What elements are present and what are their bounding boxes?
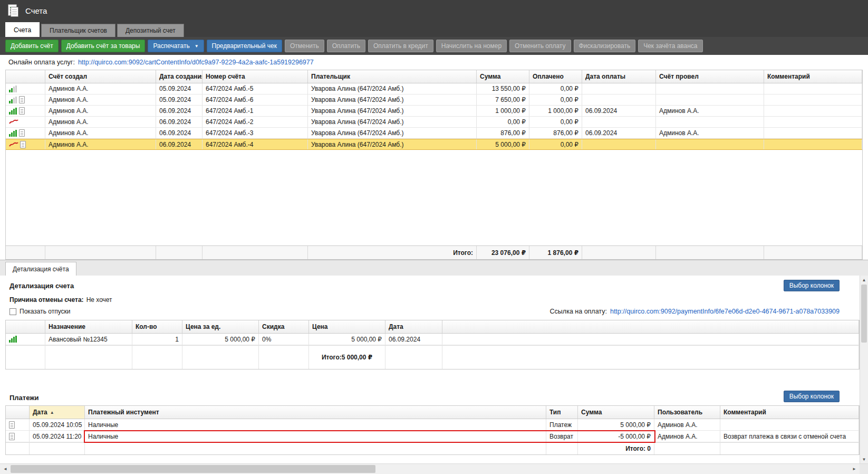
col-header-status[interactable] (6, 70, 45, 83)
detail-total: Итого:5 000,00 ₽ (309, 346, 385, 369)
payments-total-row: Итого: 0 (6, 442, 859, 454)
show-vacations-checkbox[interactable] (9, 308, 16, 315)
col-header-price[interactable]: Цена (309, 320, 385, 333)
col-header-sum[interactable]: Сумма (477, 70, 529, 83)
detail-choose-columns-button[interactable]: Выбор колонок (784, 280, 840, 291)
payments-total: Итого: 0 (578, 443, 654, 454)
pay-on-credit-button: Оплатить в кредит (368, 40, 433, 52)
scroll-right-icon[interactable]: ► (849, 464, 860, 474)
col-header-discount[interactable]: Скидка (259, 320, 309, 333)
invoice-progress-icon (9, 97, 17, 103)
payment-row[interactable]: 05.09.2024 10:05 Наличные Платеж 5 000,0… (6, 419, 859, 431)
invoice-row[interactable]: Админов А.А. 06.09.2024 647/2024 Амб.-1 … (6, 106, 862, 117)
online-payment-row: Онлайн оплата услуг: http://quirco.com:9… (0, 55, 868, 70)
cell-created-date: 06.09.2024 (156, 106, 202, 116)
cell-date: 05.09.2024 11:20 (30, 431, 85, 442)
col-header-comment[interactable]: Комментарий (720, 406, 859, 419)
payments-choose-columns-button[interactable]: Выбор колонок (784, 391, 840, 402)
detail-row[interactable]: Авансовый №12345 1 5 000,00 ₽ 0% 5 000,0… (6, 334, 859, 345)
invoices-total-row: Итого: 23 076,00 ₽ 1 876,00 ₽ (6, 245, 862, 259)
detail-panel: Детализация счета Выбор колонок Причина … (0, 276, 860, 463)
col-header-unit-price[interactable]: Цена за ед. (182, 320, 259, 333)
payment-row-refund[interactable]: 05.09.2024 11:20 Наличные Возврат -5 000… (6, 431, 859, 442)
cell-date: 06.09.2024 (385, 334, 442, 345)
add-goods-invoice-button[interactable]: Добавить счёт за товары (61, 40, 146, 52)
cell-number: 647/2024 Амб.-5 (202, 83, 308, 94)
cell-sum: 5 000,00 ₽ (477, 139, 529, 149)
advance-offset-receipt-button: Чек зачёта аванса (638, 40, 702, 52)
cell-comment (764, 83, 862, 94)
col-header-payer[interactable]: Плательщик (308, 70, 477, 83)
invoice-row[interactable]: Админов А.А. 06.09.2024 647/2024 Амб.-3 … (6, 128, 862, 139)
col-header-status[interactable] (6, 320, 45, 333)
col-header-paid-date[interactable]: Дата оплаты (582, 70, 656, 83)
scroll-down-icon[interactable]: ▼ (860, 455, 868, 463)
total-cell (182, 346, 259, 369)
total-cell (202, 246, 308, 259)
print-button[interactable]: Распечатать▼ (148, 40, 204, 52)
invoice-row-selected[interactable]: Админов А.А. 06.09.2024 647/2024 Амб.-4 … (6, 139, 862, 150)
col-header-processed-by[interactable]: Счёт провел (656, 70, 764, 83)
tab-accounts[interactable]: Счета (5, 22, 40, 37)
detail-section-title: Детализация счета (9, 282, 74, 290)
vertical-scrollbar-thumb[interactable] (861, 285, 867, 343)
col-header-paid[interactable]: Оплачено (529, 70, 582, 83)
col-header-created-by[interactable]: Счёт создал (45, 70, 156, 83)
preliminary-receipt-button[interactable]: Предварительный чек (207, 40, 282, 52)
col-header-number[interactable]: Номер счёта (202, 70, 308, 83)
total-cell (132, 346, 182, 369)
col-header-doc[interactable] (6, 406, 30, 419)
col-header-user[interactable]: Пользователь (654, 406, 720, 419)
online-payment-link[interactable]: http://quirco.com:9092/cartContentInfo/d… (78, 59, 314, 66)
invoice-row[interactable]: Админов А.А. 05.09.2024 647/2024 Амб.-5 … (6, 83, 862, 94)
total-cell (6, 246, 45, 259)
payment-link[interactable]: http://quirco.com:9092/paymentInfo/6fe7e… (610, 308, 840, 315)
col-header-instrument[interactable]: Платежный инстумент (85, 406, 546, 419)
tab-deposit-account[interactable]: Депозитный счет (117, 24, 184, 37)
cell-instrument: Наличные (85, 431, 546, 442)
cell-doc (6, 419, 30, 430)
invoice-row[interactable]: Админов А.А. 05.09.2024 647/2024 Амб.-6 … (6, 94, 862, 106)
cell-sum: 1 000,00 ₽ (477, 106, 529, 116)
col-header-created-date[interactable]: Дата создания (156, 70, 202, 83)
cell-number: 647/2024 Амб.-6 (202, 94, 308, 105)
sort-asc-icon: ▲ (50, 410, 54, 415)
scroll-left-icon[interactable]: ◄ (0, 464, 11, 474)
document-icon (9, 433, 15, 440)
cell-payer: Уварова Алина (647/2024 Амб.) (308, 128, 477, 138)
add-invoice-button[interactable]: Добавить счёт (5, 40, 59, 52)
cell-qty: 1 (132, 334, 182, 345)
total-cell (654, 443, 720, 454)
cell-doc (6, 431, 30, 442)
tab-invoice-detail[interactable]: Детализация счёта (5, 262, 76, 276)
tab-invoice-payer[interactable]: Плательщик счетов (41, 24, 115, 37)
cell-paid-date (582, 139, 656, 149)
detail-table: Назначение Кол-во Цена за ед. Скидка Цен… (5, 320, 860, 369)
scroll-up-icon[interactable]: ▲ (860, 276, 868, 284)
col-header-date[interactable]: Дата (385, 320, 442, 333)
col-header-purpose[interactable]: Назначение (45, 320, 132, 333)
horizontal-scrollbar-thumb[interactable] (11, 465, 375, 473)
col-header-type[interactable]: Тип (546, 406, 578, 419)
horizontal-scrollbar[interactable]: ◄ ► (0, 463, 868, 474)
cell-date: 05.09.2024 10:05 (30, 419, 85, 430)
total-cell (6, 443, 30, 454)
invoices-total-label: Итого: (308, 246, 477, 259)
col-header-comment[interactable]: Комментарий (764, 70, 862, 83)
col-header-sum[interactable]: Сумма (578, 406, 654, 419)
total-cell (30, 443, 85, 454)
document-icon (19, 96, 25, 103)
cell-type: Платеж (546, 419, 578, 430)
cell-user: Админов А.А. (654, 431, 720, 442)
invoice-progress-icon (9, 86, 17, 92)
cell-type: Возврат (546, 431, 578, 442)
vertical-scrollbar[interactable]: ▲ ▼ (860, 276, 868, 463)
cell-filler (442, 334, 859, 345)
cell-payer: Уварова Алина (647/2024 Амб.) (308, 106, 477, 116)
invoice-row[interactable]: Админов А.А. 06.09.2024 647/2024 Амб.-2 … (6, 117, 862, 128)
col-header-qty[interactable]: Кол-во (132, 320, 182, 333)
cell-processed-by (656, 139, 764, 149)
cancelled-icon (9, 141, 18, 148)
cell-paid: 1 000,00 ₽ (529, 106, 582, 116)
col-header-date-sorted[interactable]: Дата▲ (30, 406, 85, 419)
